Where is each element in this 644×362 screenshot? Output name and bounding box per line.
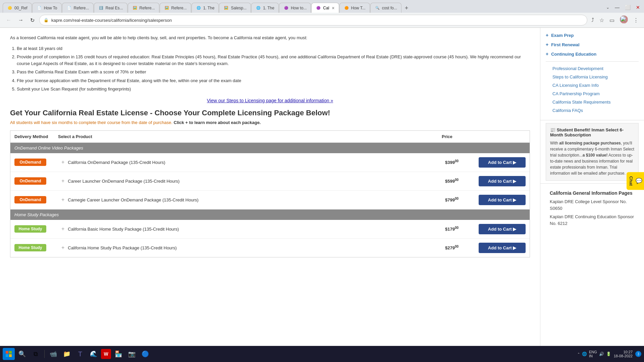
system-tray: ⌃ 🌐 ENGIN 🔊 🔋	[577, 350, 611, 358]
sidebar-sub-ca-licensing-exam[interactable]: CA Licensing Exam Info	[546, 81, 639, 89]
search-taskbar-button[interactable]: 🔍	[16, 348, 28, 360]
sidebar-sub-professional-development[interactable]: Professional Development	[546, 64, 639, 73]
sidebar-divider-1	[546, 61, 639, 62]
chat-icon: 💬	[636, 178, 642, 184]
product-price-5: $27900	[445, 245, 479, 250]
add-to-cart-button-3[interactable]: Add to Cart ▶	[479, 195, 526, 205]
steps-link[interactable]: View our Steps to Licensing page for add…	[10, 98, 530, 103]
badge-homestudy-1: Home Study	[14, 225, 46, 233]
tab-favicon: 🔍	[375, 5, 380, 11]
tab-favicon: 🖼️	[223, 5, 229, 11]
photos-button[interactable]: 📷	[126, 348, 138, 360]
minimize-button[interactable]: —	[613, 3, 621, 11]
tab-bar: 🟡 00_Ref 📄 How To 📄 Refere... ℹ️ Real Es…	[0, 0, 644, 13]
teams-button[interactable]: T	[74, 348, 86, 360]
tab-salesp[interactable]: 🖼️ Salesp...	[219, 3, 251, 13]
tab-cal[interactable]: 🟣 Cal ×	[311, 3, 339, 13]
requirement-4: File your license application with the D…	[17, 77, 530, 84]
requirement-5: Submit your Live Scan Request (for submi…	[17, 86, 530, 93]
chrome-button[interactable]: 🔵	[139, 348, 151, 360]
tab-reales[interactable]: ℹ️ Real Es...	[94, 3, 127, 13]
plus-icon-exam-prep: +	[546, 33, 548, 38]
product-price-4: $17900	[445, 226, 479, 232]
product-price-3: $79900	[445, 197, 479, 202]
expand-icon-2[interactable]: +	[61, 178, 64, 184]
tabs-menu-button[interactable]: ⌄	[605, 4, 611, 11]
sidebar-item-exam-prep[interactable]: + Exam Prep	[546, 31, 639, 40]
bookmark-button[interactable]: ☆	[598, 16, 605, 24]
product-name-2: Career Launcher OnDemand Package (135-Cr…	[68, 179, 445, 184]
tab-howto2[interactable]: 🟣 How to...	[279, 3, 311, 13]
expand-icon-3[interactable]: +	[61, 197, 64, 203]
back-button[interactable]: ←	[4, 16, 13, 24]
sidebar-sub-ca-state-req[interactable]: California State Requirements	[546, 98, 639, 106]
sidebar-sub-steps-ca-licensing[interactable]: Steps to California Licensing	[546, 73, 639, 81]
tab-favicon: 🟡	[7, 5, 12, 11]
sidebar-item-first-renewal[interactable]: + First Renewal	[546, 40, 639, 49]
expand-icon-1[interactable]: +	[61, 159, 64, 165]
main-content: As a licensed California real estate age…	[0, 28, 540, 362]
section-homestudy-header: Home Study Packages	[10, 209, 530, 220]
notification-badge[interactable]: 3	[635, 351, 641, 357]
sidebar-sub-label-steps-ca: Steps to California Licensing	[552, 74, 608, 79]
page-layout: As a licensed California real estate age…	[0, 28, 644, 362]
tab-refere1[interactable]: 📄 Refere...	[62, 3, 94, 13]
requirement-2: Provide proof of completion in 135 credi…	[17, 54, 530, 67]
reload-button[interactable]: ↻	[28, 16, 37, 25]
chat-button[interactable]: 💬 Chat	[627, 172, 644, 190]
product-price-2: $59900	[445, 178, 479, 184]
profile-button[interactable]	[619, 15, 629, 25]
sidebar-info-item-1: Kaplan DRE College Level Sponsor No. S06…	[550, 198, 635, 212]
store-button[interactable]: 🏪	[112, 348, 124, 360]
close-button[interactable]: ✕	[635, 3, 641, 11]
product-name-3: Carnegie Career Launcher OnDemand Packag…	[68, 197, 445, 202]
col-header-action	[475, 134, 526, 139]
tab-costfo[interactable]: 🔍 cost fo...	[370, 3, 401, 13]
tab-howt[interactable]: 🟠 How T...	[339, 3, 370, 13]
start-button[interactable]	[3, 348, 15, 360]
tab-the1[interactable]: 🌐 1. The	[192, 3, 219, 13]
add-to-cart-button-2[interactable]: Add to Cart ▶	[479, 176, 526, 186]
edge-button[interactable]: 🌊	[88, 348, 100, 360]
tab-refere3[interactable]: 🖼️ Refere...	[160, 3, 191, 13]
add-to-cart-button-4[interactable]: Add to Cart ▶	[479, 224, 526, 234]
add-to-cart-button-5[interactable]: Add to Cart ▶	[479, 243, 526, 253]
col-header-delivery: Delivery Method	[14, 134, 58, 139]
svg-rect-3	[9, 354, 12, 357]
navigation-bar: ← → ↻ 🔒 kapre.com/real-estate-courses/ca…	[0, 13, 644, 27]
forward-button[interactable]: →	[16, 16, 25, 24]
tab-close-icon[interactable]: ×	[329, 5, 334, 11]
requirement-1: Be at least 18 years old	[17, 45, 530, 52]
tab-the2[interactable]: 🌐 1. The	[251, 3, 279, 13]
tab-favicon: 🟠	[344, 5, 349, 11]
word-button[interactable]: W	[101, 349, 111, 359]
svg-rect-2	[6, 354, 8, 357]
add-to-cart-button-1[interactable]: Add to Cart ▶	[479, 157, 526, 168]
task-view-button[interactable]: ⧉	[30, 348, 42, 360]
tab-refere2[interactable]: 🖼️ Refere...	[128, 3, 159, 13]
sidebar-item-continuing-education[interactable]: + Continuing Education	[546, 49, 639, 59]
taskbar-separator-1	[44, 350, 45, 358]
expand-icon-4[interactable]: +	[61, 226, 64, 232]
meet-now-button[interactable]: 📹	[47, 348, 59, 360]
sidebar-sub-ca-partnership[interactable]: CA Partnership Program	[546, 89, 639, 98]
sidebar-divider-2	[540, 120, 644, 120]
maximize-button[interactable]: ⬜	[624, 3, 632, 11]
expand-icon-5[interactable]: +	[61, 245, 64, 251]
sidebar-sub-ca-faqs[interactable]: California FAQs	[546, 106, 639, 115]
product-row-2: OnDemand + Career Launcher OnDemand Pack…	[10, 172, 530, 191]
tab-favicon: ℹ️	[98, 5, 104, 11]
tab-howto1[interactable]: 📄 How To	[32, 3, 62, 13]
new-tab-button[interactable]: +	[402, 3, 411, 13]
tab-00ref[interactable]: 🟡 00_Ref	[3, 3, 32, 13]
share-button[interactable]: ⤴	[590, 16, 595, 24]
sidebar-nav-label-continuing-education: Continuing Education	[551, 52, 596, 57]
file-explorer-button[interactable]: 📁	[61, 348, 73, 360]
menu-button[interactable]: ⋮	[632, 16, 640, 24]
address-bar[interactable]: 🔒 kapre.com/real-estate-courses/californ…	[39, 15, 587, 25]
tab-favicon: 🌐	[256, 5, 261, 11]
col-header-product: Select a Product	[58, 134, 442, 139]
sidebar-toggle-button[interactable]: ▭	[608, 16, 616, 24]
tray-expand[interactable]: ⌃	[577, 352, 580, 356]
browser-chrome: 🟡 00_Ref 📄 How To 📄 Refere... ℹ️ Real Es…	[0, 0, 644, 28]
